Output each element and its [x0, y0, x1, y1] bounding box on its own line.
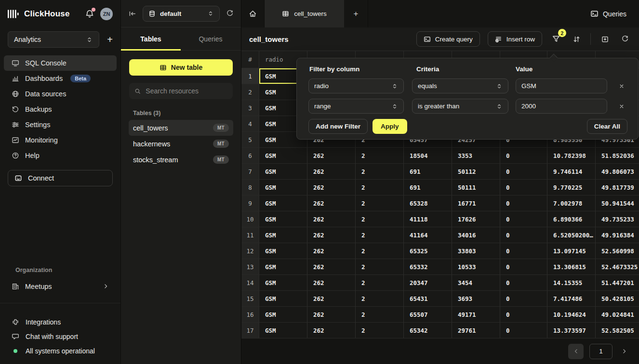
table-cell[interactable]: 29761 [452, 323, 500, 338]
table-cell[interactable]: 49.817739 [596, 180, 639, 195]
new-tab-button[interactable]: + [344, 0, 368, 27]
filter-criteria-select-2[interactable]: is greater than [412, 99, 508, 114]
table-cell[interactable]: 7.417486 [547, 291, 596, 306]
table-cell[interactable]: 34016 [452, 227, 500, 243]
table-cell[interactable]: 10533 [452, 259, 500, 274]
previous-page-button[interactable] [568, 344, 584, 359]
table-cell[interactable]: 6.890366 [547, 211, 596, 227]
sidebar-item-meetups[interactable]: Meetups [4, 278, 117, 294]
table-cell[interactable]: 262 [307, 227, 356, 243]
table-cell[interactable]: 20347 [404, 275, 452, 290]
table-cell[interactable]: 65342 [404, 323, 452, 338]
table-cell[interactable]: 65325 [404, 243, 452, 259]
table-cell[interactable]: 14.15355 [547, 275, 596, 290]
table-cell[interactable]: 3353 [452, 148, 500, 163]
sidebar-item-dashboards[interactable]: Dashboards Beta [4, 71, 117, 86]
table-cell[interactable]: 2 [356, 180, 404, 195]
table-cell[interactable]: 49171 [452, 307, 500, 322]
table-cell[interactable]: 50111 [452, 180, 500, 195]
table-cell[interactable]: 0 [500, 180, 547, 195]
connect-button[interactable]: Connect [8, 170, 113, 186]
filter-column-select-2[interactable]: range [308, 99, 404, 114]
sidebar-item-data-sources[interactable]: Data sources [4, 86, 117, 102]
table-cell[interactable]: GSM [259, 275, 307, 290]
table-cell[interactable]: 691 [404, 164, 452, 179]
clear-all-filters-button[interactable]: Clear All [587, 119, 627, 134]
current-page-indicator[interactable]: 1 [589, 344, 612, 359]
table-cell[interactable]: 2 [356, 227, 404, 243]
sidebar-item-monitoring[interactable]: Monitoring [4, 132, 117, 148]
table-cell[interactable]: 0 [500, 307, 547, 322]
table-cell[interactable]: 49.024841 [596, 307, 639, 322]
insert-row-button[interactable]: Insert row [488, 31, 542, 47]
home-tab-button[interactable] [241, 0, 265, 27]
table-cell[interactable]: 0 [500, 195, 547, 211]
table-cell[interactable]: 0 [500, 259, 547, 274]
sidebar-item-sql-console[interactable]: SQL Console [4, 55, 117, 71]
table-cell[interactable]: 262 [307, 275, 356, 290]
refresh-button[interactable] [619, 33, 631, 45]
table-cell[interactable]: 2 [356, 243, 404, 259]
remove-filter-button-1[interactable] [616, 78, 627, 93]
chat-support-link[interactable]: Chat with support [4, 329, 117, 344]
table-cell[interactable]: 65328 [404, 195, 452, 211]
table-cell[interactable]: 2 [356, 211, 404, 227]
table-cell[interactable]: 2 [356, 259, 404, 274]
table-cell[interactable]: 262 [307, 148, 356, 163]
table-cell[interactable]: 52.582505 [596, 323, 639, 338]
remove-filter-button-2[interactable] [616, 99, 627, 114]
sidebar-item-backups[interactable]: Backups [4, 102, 117, 117]
avatar[interactable]: ZN [100, 8, 113, 20]
export-button[interactable] [599, 33, 611, 45]
filter-column-select-1[interactable]: radio [308, 78, 404, 93]
table-cell[interactable]: 0 [500, 323, 547, 338]
table-cell[interactable]: 50.428105 [596, 291, 639, 306]
filter-value-input-1[interactable] [516, 78, 607, 93]
table-cell[interactable]: 262 [307, 323, 356, 338]
table-cell[interactable]: 50112 [452, 164, 500, 179]
table-cell[interactable]: 65431 [404, 291, 452, 306]
table-cell[interactable]: 0 [500, 148, 547, 163]
add-workspace-button[interactable]: + [107, 35, 113, 44]
table-cell[interactable]: 262 [307, 259, 356, 274]
table-cell[interactable]: 13.306815 [547, 259, 596, 274]
notifications-button[interactable] [85, 9, 94, 19]
table-cell[interactable]: 2 [356, 148, 404, 163]
table-cell[interactable]: 49.735233 [596, 211, 639, 227]
table-cell[interactable]: 13.373597 [547, 323, 596, 338]
search-input[interactable] [145, 87, 227, 95]
table-cell[interactable]: 262 [307, 307, 356, 322]
filter-criteria-select-1[interactable]: equals [412, 78, 508, 93]
tab-tables[interactable]: Tables [121, 27, 181, 50]
table-cell[interactable]: GSM [259, 180, 307, 195]
table-list-item-stocks-stream[interactable]: stocks_stream MT [129, 152, 233, 168]
filter-button[interactable]: 2 [550, 33, 562, 45]
table-cell[interactable]: 52.4673325 [596, 259, 639, 274]
table-cell[interactable]: 65507 [404, 307, 452, 322]
table-cell[interactable]: 16771 [452, 195, 500, 211]
table-cell[interactable]: 262 [307, 211, 356, 227]
table-cell[interactable]: 9.770225 [547, 180, 596, 195]
table-cell[interactable]: 2 [356, 291, 404, 306]
database-select[interactable]: default [143, 6, 220, 22]
collapse-panel-icon[interactable] [128, 10, 136, 18]
table-cell[interactable]: 7.002978 [547, 195, 596, 211]
table-list-item-cell-towers[interactable]: cell_towers MT [129, 120, 233, 136]
integrations-link[interactable]: Integrations [4, 315, 117, 329]
table-cell[interactable]: 17626 [452, 211, 500, 227]
table-cell[interactable]: GSM [259, 307, 307, 322]
table-cell[interactable]: GSM [259, 259, 307, 274]
table-cell[interactable]: 49.916384 [596, 227, 639, 243]
table-cell[interactable]: 2 [356, 323, 404, 338]
table-cell[interactable]: 10.194624 [547, 307, 596, 322]
table-cell[interactable]: 41164 [404, 227, 452, 243]
table-cell[interactable]: 0 [500, 275, 547, 290]
sidebar-item-help[interactable]: Help [4, 148, 117, 163]
apply-filters-button[interactable]: Apply [373, 119, 407, 134]
queries-menu-button[interactable]: Queries [590, 0, 626, 27]
table-cell[interactable]: 13.097145 [547, 243, 596, 259]
table-cell[interactable]: 3693 [452, 291, 500, 306]
next-page-button[interactable] [618, 344, 630, 359]
table-cell[interactable]: 262 [307, 243, 356, 259]
table-cell[interactable]: GSM [259, 164, 307, 179]
